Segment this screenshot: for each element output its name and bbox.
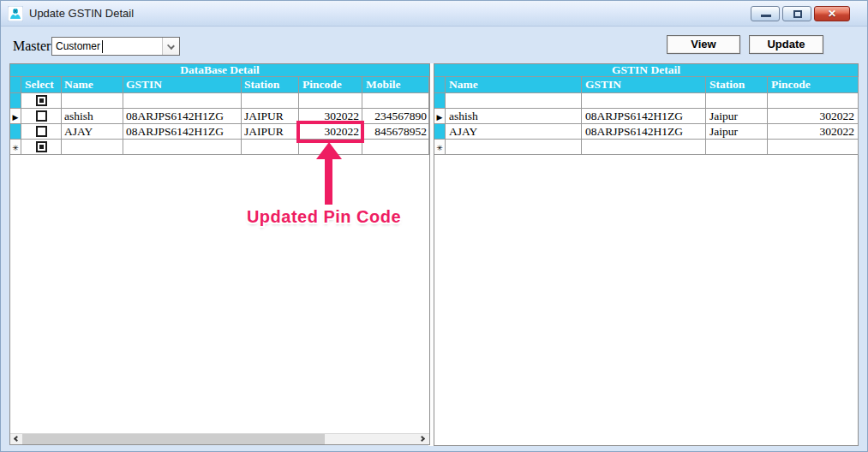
master-combobox-value: Customer	[56, 40, 100, 52]
new-row: ✳	[434, 140, 858, 155]
row-header[interactable]	[10, 124, 21, 140]
select-cell	[21, 124, 62, 140]
station-cell[interactable]: Jaipur	[706, 124, 768, 140]
master-label: Master	[13, 39, 51, 54]
new-row-icon: ✳	[436, 144, 443, 152]
master-combobox[interactable]: Customer	[51, 37, 180, 56]
name-cell[interactable]: ashish	[62, 109, 123, 124]
close-icon: ✕	[815, 8, 849, 20]
corner-header-cell	[434, 77, 446, 93]
table-row: AJAY 08ARJPS6142H1ZG JAIPUR 302022 84567…	[10, 124, 429, 140]
gstin-cell[interactable]	[123, 93, 242, 109]
station-cell[interactable]	[706, 93, 768, 109]
gstin-grid-title: GSTIN Detail	[434, 64, 858, 77]
select-checkbox[interactable]	[36, 110, 47, 122]
horizontal-scrollbar[interactable]	[10, 433, 429, 444]
app-window: Update GSTIN Detail ✕ Master Customer Vi…	[0, 0, 868, 452]
corner-header-cell	[10, 77, 21, 93]
row-header[interactable]: ▶	[10, 109, 21, 124]
column-header-station[interactable]: Station	[706, 77, 768, 93]
annotation-label: Updated Pin Code	[225, 207, 422, 227]
close-button[interactable]: ✕	[814, 6, 850, 21]
pincode-cell[interactable]	[768, 140, 859, 155]
gstin-cell[interactable]	[582, 93, 706, 109]
mobile-cell[interactable]	[362, 93, 429, 109]
scroll-right-button[interactable]	[417, 434, 429, 444]
row-header[interactable]: ✳	[434, 140, 446, 155]
gstin-cell[interactable]	[123, 140, 242, 155]
column-header-select[interactable]: Select	[21, 77, 62, 93]
gstin-cell[interactable]: 08ARJPS6142H1ZG	[582, 124, 706, 140]
pincode-cell[interactable]	[299, 93, 362, 109]
scroll-left-button[interactable]	[10, 434, 22, 444]
title-bar: Update GSTIN Detail ✕	[1, 1, 867, 27]
table-row: ▶ ashish 08ARJPS6142H1ZG JAIPUR 302022 2…	[10, 109, 429, 124]
select-cell	[21, 140, 62, 155]
mobile-cell[interactable]: 845678952	[362, 124, 429, 140]
maximize-button[interactable]	[782, 6, 811, 21]
column-header-gstin[interactable]: GSTIN	[582, 77, 706, 93]
column-header-name[interactable]: Name	[446, 77, 582, 93]
gstin-cell[interactable]: 08ARJPS6142H1ZG	[123, 109, 242, 124]
row-header[interactable]: ✳	[10, 140, 21, 155]
minimize-button[interactable]	[751, 6, 780, 21]
mobile-cell[interactable]: 234567890	[362, 109, 429, 124]
database-grid-header-row: Select Name GSTIN Station Pincode Mobile	[10, 77, 429, 93]
minimize-icon	[761, 15, 771, 17]
table-row	[434, 93, 858, 109]
annotation-arrow-head	[316, 142, 342, 159]
chevron-down-icon	[167, 42, 175, 50]
station-cell[interactable]	[706, 140, 768, 155]
select-checkbox[interactable]	[36, 95, 47, 106]
pincode-cell[interactable]	[768, 93, 859, 109]
name-cell[interactable]	[62, 93, 123, 109]
table-row	[10, 93, 429, 109]
gstin-cell[interactable]: 08ARJPS6142H1ZG	[582, 109, 706, 124]
mobile-cell[interactable]	[362, 140, 429, 155]
name-cell[interactable]	[446, 93, 582, 109]
name-cell[interactable]: ashish	[446, 109, 582, 124]
row-header[interactable]	[434, 124, 446, 140]
row-header[interactable]	[10, 93, 21, 109]
station-cell[interactable]	[242, 140, 299, 155]
station-cell[interactable]: JAIPUR	[242, 109, 299, 124]
name-cell[interactable]	[62, 140, 123, 155]
name-cell[interactable]: AJAY	[446, 124, 582, 140]
station-cell[interactable]: Jaipur	[706, 109, 768, 124]
table-row: AJAY 08ARJPS6142H1ZG Jaipur 302022	[434, 124, 858, 140]
column-header-name[interactable]: Name	[62, 77, 123, 93]
current-row-icon: ▶	[13, 113, 19, 122]
gstin-cell[interactable]: 08ARJPS6142H1ZG	[123, 124, 242, 140]
scrollbar-thumb[interactable]	[22, 434, 325, 444]
window-title: Update GSTIN Detail	[29, 7, 134, 20]
row-header[interactable]	[434, 93, 446, 109]
view-button[interactable]: View	[667, 35, 740, 54]
column-header-mobile[interactable]: Mobile	[362, 77, 429, 93]
gstin-grid-header-row: Name GSTIN Station Pincode	[434, 77, 858, 93]
station-cell[interactable]: JAIPUR	[242, 124, 299, 140]
update-button[interactable]: Update	[749, 35, 823, 54]
scroll-left-icon	[14, 436, 20, 442]
column-header-station[interactable]: Station	[242, 77, 299, 93]
new-row-icon: ✳	[12, 144, 19, 152]
combobox-dropdown-button[interactable]	[162, 38, 179, 55]
scroll-right-icon	[419, 436, 425, 442]
table-row: ▶ ashish 08ARJPS6142H1ZG Jaipur 302022	[434, 109, 858, 124]
column-header-gstin[interactable]: GSTIN	[123, 77, 242, 93]
pincode-cell[interactable]: 302022	[768, 109, 859, 124]
column-header-pincode[interactable]: Pincode	[299, 77, 362, 93]
database-detail-grid: DataBase Detail Select Name GSTIN Statio…	[9, 63, 430, 445]
gstin-cell[interactable]	[582, 140, 706, 155]
name-cell[interactable]	[446, 140, 582, 155]
column-header-pincode[interactable]: Pincode	[768, 77, 859, 93]
select-cell	[21, 93, 62, 109]
select-checkbox[interactable]	[36, 126, 47, 137]
text-caret	[102, 40, 103, 53]
select-checkbox[interactable]	[36, 141, 47, 152]
name-cell[interactable]: AJAY	[62, 124, 123, 140]
current-row-icon: ▶	[437, 113, 443, 122]
annotation-arrow	[325, 158, 332, 205]
row-header[interactable]: ▶	[434, 109, 446, 124]
station-cell[interactable]	[242, 93, 299, 109]
pincode-cell[interactable]: 302022	[768, 124, 859, 140]
